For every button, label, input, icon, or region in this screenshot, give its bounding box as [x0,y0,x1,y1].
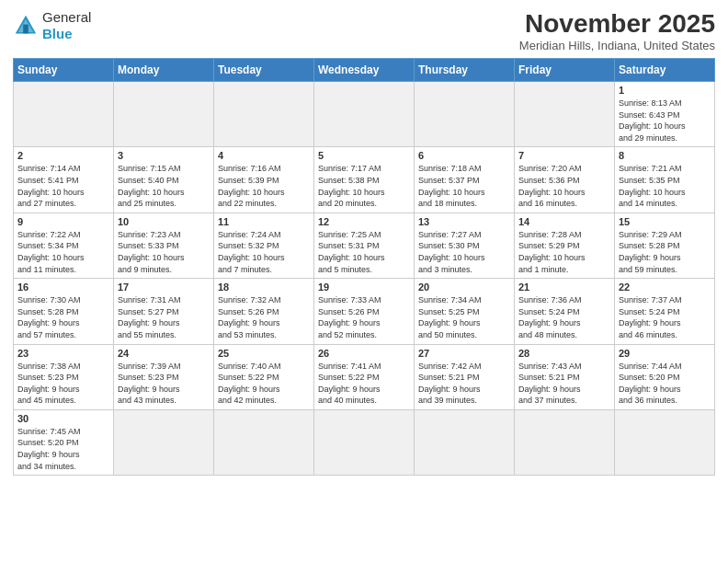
calendar-cell [415,82,515,147]
calendar-cell: 5Sunrise: 7:17 AM Sunset: 5:38 PM Daylig… [314,147,415,213]
logo-general: General [42,9,91,26]
day-info: Sunrise: 7:37 AM Sunset: 5:24 PM Dayligh… [619,294,711,340]
calendar-cell: 18Sunrise: 7:32 AM Sunset: 5:26 PM Dayli… [214,279,314,344]
day-number: 19 [318,282,410,293]
day-info: Sunrise: 7:41 AM Sunset: 5:22 PM Dayligh… [318,361,410,407]
title-area: November 2025 Meridian Hills, Indiana, U… [519,9,715,52]
day-info: Sunrise: 7:16 AM Sunset: 5:39 PM Dayligh… [218,163,310,209]
day-number: 6 [418,150,510,161]
col-wednesday: Wednesday [314,59,415,82]
calendar-cell [214,82,314,147]
col-monday: Monday [114,59,214,82]
day-info: Sunrise: 7:43 AM Sunset: 5:21 PM Dayligh… [518,361,610,407]
calendar-cell: 14Sunrise: 7:28 AM Sunset: 5:29 PM Dayli… [515,213,615,278]
day-number: 9 [17,216,109,227]
calendar-cell: 27Sunrise: 7:42 AM Sunset: 5:21 PM Dayli… [415,344,515,409]
day-info: Sunrise: 7:14 AM Sunset: 5:41 PM Dayligh… [17,163,109,209]
day-info: Sunrise: 7:42 AM Sunset: 5:21 PM Dayligh… [418,361,510,407]
calendar-cell: 1Sunrise: 8:13 AM Sunset: 6:43 PM Daylig… [615,82,715,147]
day-number: 18 [218,282,310,293]
calendar-cell [314,409,415,475]
day-info: Sunrise: 7:29 AM Sunset: 5:28 PM Dayligh… [619,229,711,275]
day-number: 24 [118,348,210,359]
calendar-cell: 19Sunrise: 7:33 AM Sunset: 5:26 PM Dayli… [314,279,415,344]
calendar-cell: 29Sunrise: 7:44 AM Sunset: 5:20 PM Dayli… [615,344,715,409]
col-sunday: Sunday [14,59,114,82]
day-info: Sunrise: 7:30 AM Sunset: 5:28 PM Dayligh… [17,294,109,340]
day-info: Sunrise: 7:25 AM Sunset: 5:31 PM Dayligh… [318,229,410,275]
day-number: 3 [118,150,210,161]
calendar-cell: 13Sunrise: 7:27 AM Sunset: 5:30 PM Dayli… [415,213,515,278]
calendar-cell: 2Sunrise: 7:14 AM Sunset: 5:41 PM Daylig… [14,147,114,213]
calendar-cell: 15Sunrise: 7:29 AM Sunset: 5:28 PM Dayli… [615,213,715,278]
calendar-cell: 25Sunrise: 7:40 AM Sunset: 5:22 PM Dayli… [214,344,314,409]
day-info: Sunrise: 7:15 AM Sunset: 5:40 PM Dayligh… [118,163,210,209]
day-info: Sunrise: 7:23 AM Sunset: 5:33 PM Dayligh… [118,229,210,275]
day-info: Sunrise: 7:20 AM Sunset: 5:36 PM Dayligh… [518,163,610,209]
calendar-cell [114,82,214,147]
day-info: Sunrise: 7:39 AM Sunset: 5:23 PM Dayligh… [118,361,210,407]
day-number: 28 [518,348,610,359]
calendar-week-5: 30Sunrise: 7:45 AM Sunset: 5:20 PM Dayli… [14,409,715,475]
calendar-cell: 3Sunrise: 7:15 AM Sunset: 5:40 PM Daylig… [114,147,214,213]
calendar-cell [415,409,515,475]
calendar-cell: 4Sunrise: 7:16 AM Sunset: 5:39 PM Daylig… [214,147,314,213]
calendar-cell: 26Sunrise: 7:41 AM Sunset: 5:22 PM Dayli… [314,344,415,409]
day-number: 13 [418,216,510,227]
calendar-week-2: 9Sunrise: 7:22 AM Sunset: 5:34 PM Daylig… [14,213,715,278]
day-number: 22 [619,282,711,293]
header: General Blue November 2025 Meridian Hill… [13,9,715,52]
col-thursday: Thursday [415,59,515,82]
calendar-cell: 24Sunrise: 7:39 AM Sunset: 5:23 PM Dayli… [114,344,214,409]
day-number: 2 [17,150,109,161]
calendar-cell: 23Sunrise: 7:38 AM Sunset: 5:23 PM Dayli… [14,344,114,409]
day-number: 5 [318,150,410,161]
calendar-cell: 20Sunrise: 7:34 AM Sunset: 5:25 PM Dayli… [415,279,515,344]
day-info: Sunrise: 7:33 AM Sunset: 5:26 PM Dayligh… [318,294,410,340]
day-number: 8 [619,150,711,161]
day-number: 11 [218,216,310,227]
day-info: Sunrise: 7:38 AM Sunset: 5:23 PM Dayligh… [17,361,109,407]
logo-text: General Blue [42,9,91,42]
day-number: 10 [118,216,210,227]
calendar-cell [515,82,615,147]
calendar-cell: 9Sunrise: 7:22 AM Sunset: 5:34 PM Daylig… [14,213,114,278]
day-number: 23 [17,348,109,359]
calendar-cell: 6Sunrise: 7:18 AM Sunset: 5:37 PM Daylig… [415,147,515,213]
day-info: Sunrise: 7:45 AM Sunset: 5:20 PM Dayligh… [17,426,109,472]
day-info: Sunrise: 7:28 AM Sunset: 5:29 PM Dayligh… [518,229,610,275]
day-number: 12 [318,216,410,227]
calendar-cell: 17Sunrise: 7:31 AM Sunset: 5:27 PM Dayli… [114,279,214,344]
location: Meridian Hills, Indiana, United States [519,39,715,52]
day-info: Sunrise: 7:32 AM Sunset: 5:26 PM Dayligh… [218,294,310,340]
day-number: 25 [218,348,310,359]
day-number: 27 [418,348,510,359]
calendar-week-0: 1Sunrise: 8:13 AM Sunset: 6:43 PM Daylig… [14,82,715,147]
calendar-week-1: 2Sunrise: 7:14 AM Sunset: 5:41 PM Daylig… [14,147,715,213]
logo-icon [13,13,39,39]
day-number: 26 [318,348,410,359]
day-info: Sunrise: 7:36 AM Sunset: 5:24 PM Dayligh… [518,294,610,340]
calendar-cell [314,82,415,147]
calendar-cell: 21Sunrise: 7:36 AM Sunset: 5:24 PM Dayli… [515,279,615,344]
calendar-cell: 22Sunrise: 7:37 AM Sunset: 5:24 PM Dayli… [615,279,715,344]
day-info: Sunrise: 7:31 AM Sunset: 5:27 PM Dayligh… [118,294,210,340]
calendar-cell: 12Sunrise: 7:25 AM Sunset: 5:31 PM Dayli… [314,213,415,278]
day-info: Sunrise: 7:44 AM Sunset: 5:20 PM Dayligh… [619,361,711,407]
day-number: 29 [619,348,711,359]
col-friday: Friday [515,59,615,82]
calendar-header-row: Sunday Monday Tuesday Wednesday Thursday… [14,59,715,82]
day-info: Sunrise: 7:17 AM Sunset: 5:38 PM Dayligh… [318,163,410,209]
calendar-cell [14,82,114,147]
day-info: Sunrise: 7:21 AM Sunset: 5:35 PM Dayligh… [619,163,711,209]
col-tuesday: Tuesday [214,59,314,82]
day-info: Sunrise: 7:27 AM Sunset: 5:30 PM Dayligh… [418,229,510,275]
calendar-cell: 10Sunrise: 7:23 AM Sunset: 5:33 PM Dayli… [114,213,214,278]
day-info: Sunrise: 8:13 AM Sunset: 6:43 PM Dayligh… [619,98,711,144]
day-number: 15 [619,216,711,227]
day-number: 14 [518,216,610,227]
day-number: 20 [418,282,510,293]
calendar-cell: 7Sunrise: 7:20 AM Sunset: 5:36 PM Daylig… [515,147,615,213]
day-info: Sunrise: 7:18 AM Sunset: 5:37 PM Dayligh… [418,163,510,209]
calendar-cell: 28Sunrise: 7:43 AM Sunset: 5:21 PM Dayli… [515,344,615,409]
